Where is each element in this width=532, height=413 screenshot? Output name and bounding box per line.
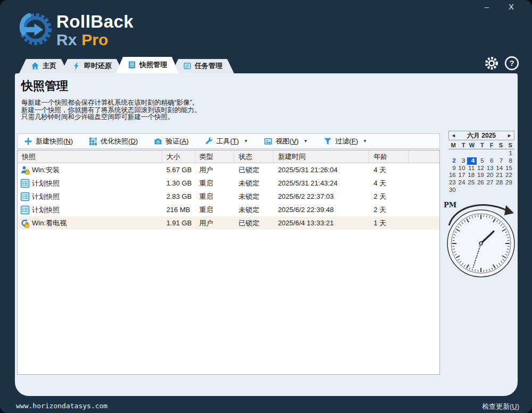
snapshot-name: 计划快照 — [32, 179, 60, 188]
status-cell: 未锁定 — [234, 192, 273, 201]
table-body: Win:安装5.67 GB用户已锁定2025/5/31 21:26:044 天计… — [18, 163, 439, 230]
calendar-next-button[interactable]: ► — [507, 133, 512, 138]
chevron-down-icon: ▼ — [303, 139, 307, 144]
calendar-day-12[interactable]: 12 — [477, 165, 486, 172]
help-button[interactable]: ? — [504, 56, 519, 71]
close-button[interactable]: X — [504, 1, 518, 13]
calendar-day-empty — [467, 187, 477, 194]
snapshot-name-cell: 计划快照 — [18, 179, 162, 188]
minimize-button[interactable]: – — [480, 1, 494, 13]
calendar-day-22[interactable]: 22 — [505, 172, 514, 179]
table-row[interactable]: 计划快照216 MB重启未锁定2025/6/2 22:39:482 天 — [18, 203, 439, 216]
calendar-prev-button[interactable]: ◄ — [451, 133, 456, 138]
snapshot-name: Win:看电视 — [32, 218, 66, 228]
chevron-down-icon: ▼ — [363, 139, 367, 144]
column-header-7[interactable] — [409, 150, 439, 163]
calendar-day-8[interactable]: 8 — [505, 157, 514, 165]
tab-home[interactable]: 主页 — [19, 59, 68, 73]
tab-snapshot-management[interactable]: 快照管理 — [116, 57, 179, 73]
calendar-day-empty — [448, 150, 458, 157]
calendar-day-16[interactable]: 16 — [448, 172, 458, 179]
table-row[interactable]: Win:安装5.67 GB用户已锁定2025/5/31 21:26:044 天 — [18, 163, 439, 176]
verify-camera-icon — [154, 137, 162, 146]
calendar-day-10[interactable]: 10 — [458, 165, 468, 172]
svg-text:?: ? — [509, 58, 514, 68]
calendar-day-30[interactable]: 30 — [448, 187, 458, 194]
calendar-day-empty — [458, 150, 468, 157]
check-updates-link[interactable]: 检查更新(U) — [482, 402, 519, 411]
calendar-day-3[interactable]: 3 — [458, 157, 468, 165]
calendar-day-25[interactable]: 25 — [467, 179, 477, 187]
tab-task-management[interactable]: 任务管理 — [171, 59, 234, 73]
calendar-day-18[interactable]: 18 — [467, 172, 477, 179]
calendar-day-13[interactable]: 13 — [486, 165, 496, 172]
defrag-snapshot-label: 优化快照(D) — [101, 137, 138, 146]
brand-pro: Pro — [81, 31, 108, 48]
filter-menu-button[interactable]: 过滤(F) ▼ — [323, 137, 367, 146]
tab-instant-restore[interactable]: 即时还原 — [61, 59, 123, 73]
tab-strip: 主页 即时还原 快照管理 任务管理 — [19, 56, 227, 73]
calendar-day-27[interactable]: 27 — [486, 179, 496, 187]
scheduled-snapshot-icon — [20, 179, 30, 188]
age-cell: 2 天 — [369, 192, 409, 201]
snapshot-table: 快照大小类型状态新建时间年龄 Win:安装5.67 GB用户已锁定2025/5/… — [17, 150, 440, 375]
calendar-day-empty — [495, 150, 505, 157]
brand-line1: RollBack — [56, 13, 134, 30]
snapshot-name-cell: 计划快照 — [18, 192, 162, 201]
calendar-day-6[interactable]: 6 — [486, 157, 496, 165]
calendar-day-28[interactable]: 28 — [495, 179, 505, 187]
column-header-1[interactable]: 快照 — [18, 150, 162, 163]
type-cell: 用户 — [195, 218, 235, 228]
defrag-snapshot-button[interactable]: 优化快照(D) — [89, 137, 138, 146]
brand-text: RollBack RxPro — [56, 13, 134, 48]
calendar-day-7[interactable]: 7 — [495, 157, 505, 165]
type-cell: 重启 — [195, 192, 235, 201]
website-link[interactable]: www.horizondatasys.com — [16, 402, 107, 410]
calendar-day-19[interactable]: 19 — [477, 172, 486, 179]
size-cell: 1.30 GB — [162, 179, 195, 187]
size-cell: 216 MB — [162, 206, 195, 214]
status-cell: 已锁定 — [234, 218, 273, 228]
table-row[interactable]: Win:看电视1.91 GB用户已锁定2025/6/4 13:33:211 天 — [18, 216, 439, 230]
plus-icon — [24, 137, 32, 146]
calendar-day-17[interactable]: 17 — [458, 172, 468, 179]
column-header-3[interactable]: 类型 — [195, 150, 235, 163]
column-header-6[interactable]: 年龄 — [369, 150, 409, 163]
view-menu-button[interactable]: 视图(V) ▼ — [264, 137, 307, 146]
home-icon — [31, 62, 39, 70]
new-snapshot-button[interactable]: 新建快照(N) — [24, 137, 73, 146]
calendar-day-20[interactable]: 20 — [486, 172, 496, 179]
calendar-day-14[interactable]: 14 — [495, 165, 505, 172]
calendar-day-21[interactable]: 21 — [495, 172, 505, 179]
calendar-day-5[interactable]: 5 — [477, 157, 486, 165]
tab-task-management-label: 任务管理 — [195, 61, 222, 71]
calendar-day-1[interactable]: 1 — [505, 150, 514, 157]
analog-clock — [440, 198, 521, 284]
calendar-day-2[interactable]: 2 — [448, 157, 458, 165]
calendar-day-26[interactable]: 26 — [477, 179, 486, 187]
calendar-day-11[interactable]: 11 — [467, 165, 477, 172]
table-row[interactable]: 计划快照1.30 GB重启未锁定2025/5/31 21:43:244 天 — [18, 176, 439, 190]
calendar-day-23[interactable]: 23 — [448, 179, 458, 187]
gear-icon — [484, 56, 499, 71]
tab-home-label: 主页 — [43, 61, 56, 71]
column-header-2[interactable]: 大小 — [162, 150, 195, 163]
snapshot-name-cell: Win:安装 — [18, 165, 162, 175]
verify-button[interactable]: 验证(A) — [154, 137, 188, 146]
size-cell: 5.67 GB — [162, 166, 195, 174]
calendar-day-4[interactable]: 4 — [467, 157, 477, 165]
snapshot-name: 计划快照 — [32, 192, 60, 201]
picture-view-icon — [264, 137, 272, 146]
calendar-day-15[interactable]: 15 — [505, 165, 514, 172]
status-cell: 已锁定 — [234, 165, 273, 175]
tools-menu-button[interactable]: 工具(T) ▼ — [205, 137, 248, 146]
calendar-day-9[interactable]: 9 — [448, 165, 458, 172]
settings-button[interactable] — [484, 56, 499, 71]
tab-snapshot-management-label: 快照管理 — [139, 60, 167, 70]
calendar-day-24[interactable]: 24 — [458, 179, 468, 187]
column-header-5[interactable]: 新建时间 — [273, 150, 369, 163]
column-header-4[interactable]: 状态 — [234, 150, 273, 163]
table-row[interactable]: 计划快照2.83 GB重启未锁定2025/6/2 22:37:032 天 — [18, 190, 439, 203]
snapshot-list-icon — [128, 61, 136, 69]
calendar-day-29[interactable]: 29 — [505, 179, 514, 187]
